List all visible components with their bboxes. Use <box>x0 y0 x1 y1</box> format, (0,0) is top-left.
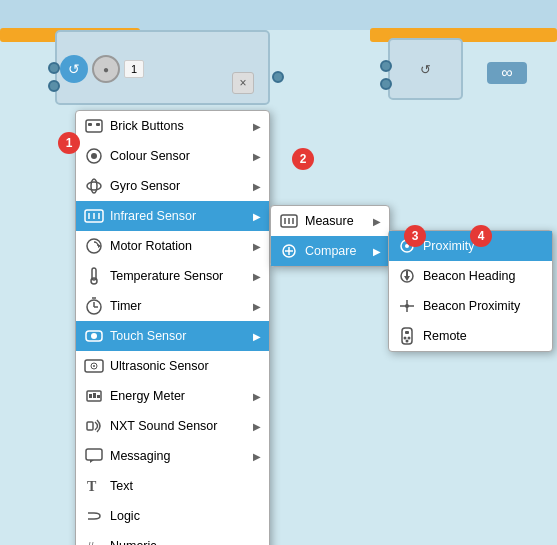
main-dropdown-menu: Brick Buttons ▶ Colour Sensor ▶ Gyro Sen… <box>75 110 270 545</box>
measure-label: Measure <box>305 214 373 228</box>
menu-item-energy-meter[interactable]: Energy Meter ▶ <box>76 381 269 411</box>
nxt-sound-sensor-label: NXT Sound Sensor <box>110 419 253 433</box>
colour-sensor-icon <box>84 146 104 166</box>
beacon-heading-icon <box>397 266 417 286</box>
menu-item-numeric[interactable]: # Numeric <box>76 531 269 545</box>
svg-point-4 <box>91 153 97 159</box>
connector-left-1 <box>48 62 60 74</box>
energy-meter-icon <box>84 386 104 406</box>
menu-item-infrared-sensor[interactable]: Infrared Sensor ▶ <box>76 201 269 231</box>
motor-controls: ↺ ● 1 <box>60 55 144 83</box>
svg-rect-1 <box>88 123 92 126</box>
menu-item-touch-sensor[interactable]: Touch Sensor ▶ <box>76 321 269 351</box>
svg-point-14 <box>91 278 97 284</box>
svg-point-51 <box>404 337 407 340</box>
close-icon: × <box>239 76 246 90</box>
svg-rect-26 <box>93 393 96 398</box>
energy-meter-label: Energy Meter <box>110 389 253 403</box>
connector-right-block <box>380 60 392 72</box>
motor-number: 1 <box>124 60 144 78</box>
beacon-heading-label: Beacon Heading <box>423 269 544 283</box>
text-icon: T <box>84 476 104 496</box>
remote-label: Remote <box>423 329 544 343</box>
timer-icon <box>84 296 104 316</box>
right-block: ↺ <box>388 38 463 100</box>
brick-buttons-label: Brick Buttons <box>110 119 253 133</box>
motor-rotate-icon: ↺ <box>60 55 88 83</box>
remote-icon <box>397 326 417 346</box>
gyro-sensor-label: Gyro Sensor <box>110 179 253 193</box>
compare-label: Compare <box>305 244 373 258</box>
svg-rect-2 <box>96 123 100 126</box>
step-badge-4: 4 <box>470 225 492 247</box>
menu-item-brick-buttons[interactable]: Brick Buttons ▶ <box>76 111 269 141</box>
svg-point-6 <box>91 179 97 193</box>
colour-sensor-arrow: ▶ <box>253 151 261 162</box>
connector-right-1 <box>272 71 284 83</box>
temperature-sensor-arrow: ▶ <box>253 271 261 282</box>
svg-text:T: T <box>87 479 97 494</box>
ultrasonic-sensor-icon <box>84 356 104 376</box>
timer-label: Timer <box>110 299 253 313</box>
background-top-bar <box>0 0 557 30</box>
menu-item-messaging[interactable]: Messaging ▶ <box>76 441 269 471</box>
text-label: Text <box>110 479 261 493</box>
svg-point-5 <box>87 182 101 190</box>
logic-label: Logic <box>110 509 261 523</box>
svg-point-53 <box>406 340 409 343</box>
gyro-sensor-arrow: ▶ <box>253 181 261 192</box>
messaging-icon <box>84 446 104 466</box>
submenu-item-remote[interactable]: Remote <box>389 321 552 351</box>
menu-item-nxt-sound-sensor[interactable]: NXT Sound Sensor ▶ <box>76 411 269 441</box>
touch-sensor-icon <box>84 326 104 346</box>
touch-sensor-arrow: ▶ <box>253 331 261 342</box>
menu-item-temperature-sensor[interactable]: Temperature Sensor ▶ <box>76 261 269 291</box>
menu-item-colour-sensor[interactable]: Colour Sensor ▶ <box>76 141 269 171</box>
step-badge-1: 1 <box>58 132 80 154</box>
infrared-sensor-icon <box>84 206 104 226</box>
submenu-item-compare[interactable]: Compare ▶ <box>271 236 389 266</box>
touch-sensor-label: Touch Sensor <box>110 329 253 343</box>
motor-dial: ● <box>92 55 120 83</box>
close-button[interactable]: × <box>232 72 254 94</box>
messaging-arrow: ▶ <box>253 451 261 462</box>
infrared-sensor-label: Infrared Sensor <box>110 209 253 223</box>
submenu-item-beacon-heading[interactable]: Beacon Heading <box>389 261 552 291</box>
menu-item-ultrasonic-sensor[interactable]: Ultrasonic Sensor <box>76 351 269 381</box>
compare-arrow: ▶ <box>373 246 381 257</box>
nxt-sound-sensor-icon <box>84 416 104 436</box>
temperature-sensor-icon <box>84 266 104 286</box>
beacon-proximity-label: Beacon Proximity <box>423 299 544 313</box>
submenu-measure-compare: Measure ▶ Compare ▶ <box>270 205 390 267</box>
brick-buttons-icon <box>84 116 104 136</box>
step-badge-2: 2 <box>292 148 314 170</box>
infinity-button[interactable]: ∞ <box>487 62 527 84</box>
compare-icon <box>279 241 299 261</box>
numeric-label: Numeric <box>110 539 261 545</box>
menu-item-gyro-sensor[interactable]: Gyro Sensor ▶ <box>76 171 269 201</box>
numeric-icon: # <box>84 536 104 545</box>
infinity-icon: ∞ <box>501 64 512 82</box>
svg-marker-45 <box>404 276 410 281</box>
svg-point-23 <box>93 365 95 367</box>
svg-point-52 <box>408 337 411 340</box>
brick-buttons-arrow: ▶ <box>253 121 261 132</box>
menu-item-text[interactable]: T Text <box>76 471 269 501</box>
gyro-sensor-icon <box>84 176 104 196</box>
menu-item-logic[interactable]: Logic <box>76 501 269 531</box>
submenu-item-beacon-proximity[interactable]: Beacon Proximity <box>389 291 552 321</box>
connector-left-2 <box>48 80 60 92</box>
svg-text:#: # <box>87 539 95 545</box>
ultrasonic-sensor-label: Ultrasonic Sensor <box>110 359 261 373</box>
energy-meter-arrow: ▶ <box>253 391 261 402</box>
step-badge-3: 3 <box>404 225 426 247</box>
logic-icon <box>84 506 104 526</box>
svg-rect-29 <box>86 449 102 460</box>
submenu-item-measure[interactable]: Measure ▶ <box>271 206 389 236</box>
nxt-sound-sensor-arrow: ▶ <box>253 421 261 432</box>
messaging-label: Messaging <box>110 449 253 463</box>
right-block-icon: ↺ <box>420 62 431 77</box>
menu-item-timer[interactable]: Timer ▶ <box>76 291 269 321</box>
svg-point-48 <box>405 304 409 308</box>
menu-item-motor-rotation[interactable]: Motor Rotation ▶ <box>76 231 269 261</box>
